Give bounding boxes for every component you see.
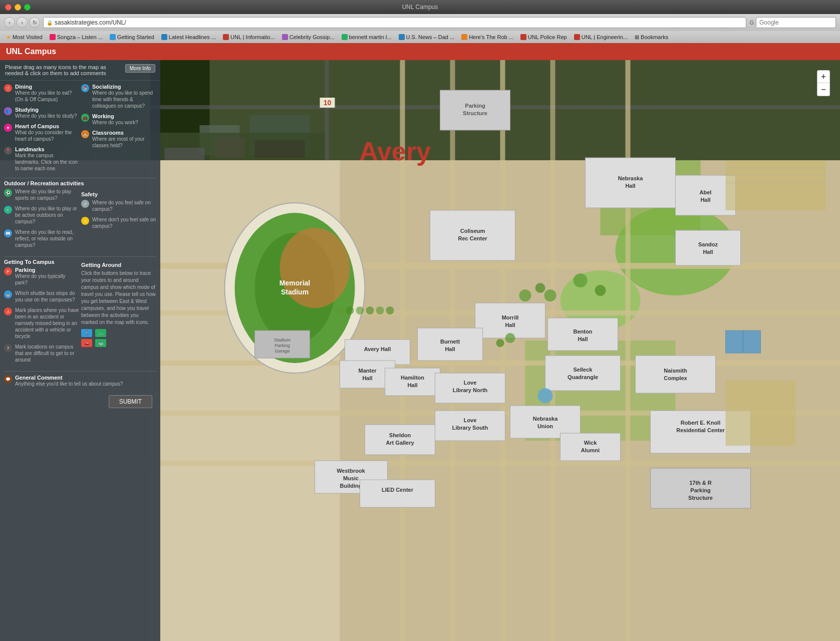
outdoor-title: Outdoor / Recreation activities [4,180,156,186]
svg-text:Hall: Hall [625,183,635,189]
bookmark-getting-started[interactable]: Getting Started [107,34,157,41]
activity-working[interactable]: 💼 Working Where do you work? [81,113,156,126]
svg-rect-44 [676,230,741,265]
lock-icon: 🔒 [47,20,53,26]
safety-title: Safety [81,191,156,197]
activity-dining[interactable]: 🍴 Dining Where do you like to eat? (On &… [4,84,79,103]
bookmark-label: Songza – Listen ... [57,34,103,40]
parking-item[interactable]: P Parking Where do you typically park? [4,267,79,286]
studying-title: Socializing [92,84,156,90]
svg-text:Hall: Hall [700,197,710,203]
svg-text:Library North: Library North [453,387,488,393]
svg-text:Sandoz: Sandoz [698,241,718,247]
general-comment-item[interactable]: 💬 General Comment Anything else you'd li… [4,375,156,387]
refresh-button[interactable]: ↻ [29,17,40,28]
submit-button[interactable]: SUBMIT [109,395,152,408]
shuttle-icon: 🚌 [4,290,12,298]
activity-studying[interactable]: 📚 Socializing Where do you like to spend… [81,84,156,109]
minimize-button[interactable] [15,4,21,11]
feel-safe-desc: Where do you feel safe on campus? [92,199,156,212]
more-info-button[interactable]: More Info [125,64,155,73]
search-input[interactable] [756,17,836,28]
outdoor-sports[interactable]: ⚽ Where do you like to play sports on ca… [4,188,79,201]
svg-text:Hall: Hall [505,322,515,328]
bookmark-bennett[interactable]: bennett martin l... [339,34,395,41]
zoom-out-button[interactable]: − [817,83,830,96]
svg-point-109 [376,306,384,314]
back-button[interactable]: ‹ [4,17,15,28]
svg-point-105 [336,306,344,314]
outdoor-sports-desc: Where do you like to play sports on camp… [15,188,79,201]
working-title: Working [92,113,156,119]
svg-point-100 [574,273,588,287]
bus-icon[interactable]: 🚌 [95,339,106,347]
bookmark-heres-the-rob[interactable]: Here's The Rob ... [458,34,516,41]
news-icon [161,34,167,40]
difficult-item[interactable]: ? Mark locations on campus that are diff… [4,344,79,363]
svg-text:Hamilton: Hamilton [401,375,424,381]
svg-text:Parking: Parking [465,103,485,109]
safety-feel-safe[interactable]: ✓ Where do you feel safe on campus? [81,199,156,212]
panel-header-text: Please drag as many icons to the map as … [5,64,122,76]
bike-icon[interactable]: 🚲 [95,329,106,337]
bookmark-latest-headlines[interactable]: Latest Headlines ... [158,34,219,41]
bookmark-celebrity[interactable]: Celebrity Gossip... [279,34,338,41]
close-button[interactable] [5,4,12,11]
svg-text:Building: Building [340,483,362,489]
maximize-button[interactable] [24,4,31,11]
comment-icon: 💬 [4,375,12,383]
safety-not-safe[interactable]: ⚠ Where don't you feel safe on campus? [81,216,156,229]
shuttle-item[interactable]: 🚌 Which shuttle bus stops do you use on … [4,290,79,303]
activity-classrooms[interactable]: 🏫 Classrooms Where are most of your clas… [81,130,156,149]
getting-around-desc: Click the buttons below to trace your ro… [81,270,156,326]
outdoor-active-desc: Where do you like to play or be active o… [15,205,79,225]
bookmark-unl-police[interactable]: UNL Police Rep [517,34,570,41]
usnews-icon [399,34,405,40]
address-field[interactable]: 🔒 sasakistrategies.com/UNL/ [43,17,746,28]
svg-text:LIED Center: LIED Center [382,487,414,493]
panel-body: 🍴 Dining Where do you like to eat? (On &… [0,81,160,415]
svg-point-110 [386,306,394,314]
car-icon[interactable]: 🚗 [81,339,92,347]
eng-icon [574,34,580,40]
title-bar: UNL Campus [0,0,840,14]
accident-item[interactable]: ⚠ Mark places where you have been in an … [4,307,79,340]
address-text: sasakistrategies.com/UNL/ [55,19,126,26]
svg-rect-121 [215,138,245,158]
working-desc: Where do you work? [92,119,156,126]
bookmark-songza[interactable]: Songza – Listen ... [47,34,106,41]
svg-text:Stadium: Stadium [281,288,309,296]
forward-button[interactable]: › [17,17,28,28]
svg-point-107 [356,306,364,314]
svg-text:Love: Love [464,380,477,386]
walk-icon[interactable]: 🚶 [81,329,92,337]
bookmark-usnews[interactable]: U.S. News – Dad ... [396,34,458,41]
outdoor-relax[interactable]: 📖 Where do you like to read, reflect, or… [4,229,79,248]
svg-text:Library South: Library South [452,425,488,431]
outdoor-active[interactable]: 🚴 Where do you like to play or be active… [4,205,79,225]
svg-point-104 [544,289,556,301]
svg-point-106 [346,306,354,314]
svg-text:17th & R: 17th & R [689,480,712,486]
svg-point-102 [505,333,515,343]
svg-text:Union: Union [537,423,553,429]
svg-text:Complex: Complex [664,375,687,381]
not-safe-icon: ⚠ [81,217,89,225]
bookmark-unl-engineering[interactable]: UNL | Engineerin... [571,34,631,41]
bookmark-most-visited[interactable]: ★ Most Visited [3,34,46,41]
activity-socializing[interactable]: 👥 Studying Where do you like to study? [4,107,79,119]
bookmark-unl-info[interactable]: UNL | Informatio... [220,34,278,41]
zoom-in-button[interactable]: + [817,70,830,83]
outdoor-section: Outdoor / Recreation activities ⚽ Where … [4,180,156,252]
bookmark-bookmarks[interactable]: ⊞ Bookmarks [632,34,671,41]
relax-icon: 📖 [4,229,12,237]
bookmark-label: Most Visited [13,34,43,40]
svg-text:Alumni: Alumni [581,447,600,453]
bookmark-label: Getting Started [117,34,154,40]
activity-landmarks[interactable]: 📍 Landmarks Mark the campus landmarks. C… [4,146,79,172]
dining-icon: 🍴 [4,84,12,92]
svg-point-103 [496,339,504,347]
divider-1 [4,178,156,178]
activity-heart[interactable]: ♥ Heart of Campus What do you consider t… [4,123,79,142]
svg-text:Residential Center: Residential Center [676,427,725,433]
